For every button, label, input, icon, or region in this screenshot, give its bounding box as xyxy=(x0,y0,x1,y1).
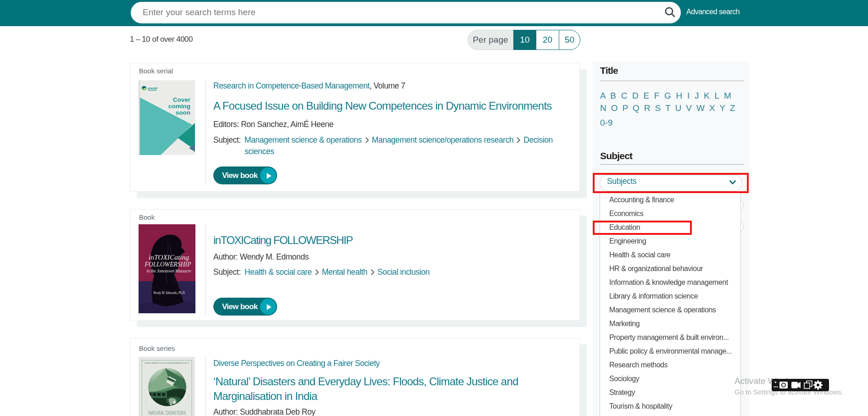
svg-text:FOLLOWERSHIP: FOLLOWERSHIP xyxy=(145,261,191,268)
svg-text:Cover: Cover xyxy=(173,96,191,103)
svg-text:in the Jonestown Massacre: in the Jonestown Massacre xyxy=(147,268,191,273)
svg-text:‘NATURAL’ DISASTERS: ‘NATURAL’ DISASTERS xyxy=(148,410,186,416)
svg-text:PUBLISHING: PUBLISHING xyxy=(148,89,157,91)
svg-text:DIVERSE PERSPECTIVES ON CREATI: DIVERSE PERSPECTIVES ON CREATING A FAIRE… xyxy=(145,362,189,364)
svg-text:inTOXICating: inTOXICating xyxy=(149,254,189,261)
svg-text:soon: soon xyxy=(176,109,190,116)
svg-text:coming: coming xyxy=(168,103,190,110)
svg-text:Wendy M. Edmonds, Ph.D.: Wendy M. Edmonds, Ph.D. xyxy=(153,290,185,295)
